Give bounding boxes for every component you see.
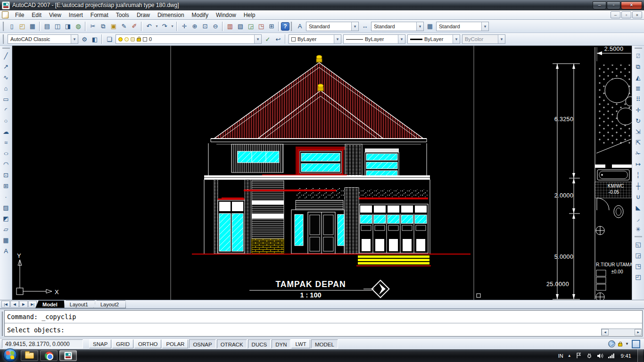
minimize-button[interactable]: – bbox=[593, 1, 606, 9]
zoom-previous-icon[interactable]: ⊖ bbox=[210, 21, 221, 32]
show-desktop-button[interactable] bbox=[637, 349, 643, 362]
ellipse-icon[interactable]: ○ bbox=[1, 148, 11, 159]
toggle-lwt[interactable]: LWT bbox=[291, 339, 310, 348]
block-editor-icon[interactable]: ✐ bbox=[129, 21, 140, 32]
menu-window[interactable]: Window bbox=[212, 11, 240, 19]
red-accent-line[interactable] bbox=[244, 189, 336, 191]
stair-step[interactable] bbox=[596, 277, 606, 283]
construction-line-icon[interactable]: ↗ bbox=[1, 61, 11, 72]
entry-door[interactable] bbox=[291, 210, 344, 254]
textured-pier[interactable] bbox=[214, 180, 218, 254]
paste-icon[interactable]: ▣ bbox=[108, 21, 119, 32]
roof[interactable] bbox=[211, 55, 427, 144]
chevron-down-icon[interactable]: ▾ bbox=[71, 35, 78, 43]
north-arrow[interactable] bbox=[363, 280, 389, 298]
dim-style-combo[interactable]: Standard ▾ bbox=[371, 22, 424, 31]
render-icon[interactable]: ◲ bbox=[246, 21, 256, 32]
plot-preview-icon[interactable]: ◫ bbox=[52, 21, 63, 32]
tab-layout2[interactable]: Layout2 bbox=[93, 300, 126, 308]
open-icon[interactable]: ◰ bbox=[17, 21, 27, 32]
chevron-down-icon[interactable]: ▾ bbox=[481, 22, 488, 31]
bath-level-label[interactable]: -0.05 bbox=[609, 189, 619, 195]
quickcalc-icon[interactable]: ⊞ bbox=[266, 21, 277, 32]
sheetset-manager-icon[interactable]: ▥ bbox=[225, 21, 235, 32]
toolbar-grip[interactable] bbox=[635, 236, 642, 238]
publish-icon[interactable]: ◨ bbox=[63, 21, 73, 32]
polyline-icon[interactable]: ∿ bbox=[1, 72, 11, 83]
copy-object-icon[interactable]: ⧉ bbox=[633, 61, 644, 72]
revision-cloud-icon[interactable]: ☁ bbox=[1, 126, 11, 137]
door-sidelight[interactable] bbox=[295, 214, 303, 246]
tab-model[interactable]: Model bbox=[35, 300, 65, 308]
command-prompt-line[interactable]: Select objects: bbox=[5, 323, 642, 337]
door-swing-arc[interactable] bbox=[597, 198, 609, 210]
view-scale-text[interactable]: 1 : 100 bbox=[300, 291, 321, 299]
ground-floor[interactable] bbox=[192, 180, 471, 266]
bed-level-label[interactable]: ±0.00 bbox=[611, 269, 623, 274]
table-style-combo[interactable]: Standard ▾ bbox=[436, 22, 489, 31]
menu-file[interactable]: File bbox=[11, 11, 28, 19]
hidden-icons-button[interactable]: ▲ bbox=[568, 354, 571, 358]
bring-above-icon[interactable]: ◳ bbox=[633, 261, 644, 272]
toggle-model[interactable]: MODEL bbox=[311, 339, 338, 348]
workspace-combo[interactable]: AutoCAD Classic ▾ bbox=[8, 34, 78, 44]
stone-column[interactable] bbox=[345, 144, 362, 175]
layer-freeze-icon[interactable] bbox=[124, 37, 129, 41]
move-icon[interactable]: ✛ bbox=[633, 105, 644, 115]
autocad-app-icon[interactable] bbox=[2, 1, 10, 9]
plan-wall[interactable] bbox=[595, 165, 632, 168]
pan-icon[interactable]: ✛ bbox=[179, 21, 190, 32]
toolbar-grip[interactable] bbox=[635, 47, 642, 49]
layer-previous-icon[interactable]: ↩ bbox=[273, 34, 283, 44]
clock[interactable]: 9:41 bbox=[621, 353, 631, 359]
bath-room-label[interactable]: KM/WC bbox=[608, 183, 624, 189]
mirror-icon[interactable]: ◭ bbox=[633, 72, 644, 83]
toolbar-grip[interactable] bbox=[2, 22, 5, 31]
color-combo[interactable]: ByLayer ▾ bbox=[289, 34, 341, 44]
red-accent-line[interactable] bbox=[222, 197, 244, 199]
command-window-grip[interactable] bbox=[1, 312, 3, 336]
speaker-icon[interactable] bbox=[597, 353, 604, 359]
child-close-button[interactable]: × bbox=[632, 11, 642, 18]
multiline-text-icon[interactable]: A bbox=[1, 246, 11, 256]
lineweight-combo[interactable]: ByLayer ▾ bbox=[407, 34, 460, 44]
view-title-text[interactable]: TAMPAK DEPAN bbox=[275, 280, 346, 289]
help-icon[interactable]: ? bbox=[281, 22, 289, 31]
dim-style-icon[interactable]: ↔ bbox=[360, 21, 370, 32]
taskbar-autocad-button[interactable] bbox=[59, 350, 77, 361]
explode-icon[interactable]: ✳ bbox=[633, 224, 644, 235]
coordinates-readout[interactable]: 49.9415, 28.1770, 0.0000 bbox=[2, 339, 83, 348]
rotate-icon[interactable]: ↻ bbox=[633, 115, 644, 126]
toolbar-grip[interactable] bbox=[2, 47, 10, 49]
point-icon[interactable]: · bbox=[1, 191, 11, 202]
network-signal-icon[interactable] bbox=[608, 353, 615, 358]
circle-icon[interactable]: ○ bbox=[1, 115, 11, 126]
scroll-left-icon[interactable]: ◀ bbox=[602, 329, 609, 336]
undo-dropdown-icon[interactable]: ▾ bbox=[154, 21, 159, 32]
stipple-band[interactable] bbox=[296, 188, 345, 199]
bring-to-front-icon[interactable]: ◱ bbox=[633, 239, 644, 250]
stair-step[interactable] bbox=[596, 270, 606, 276]
taskbar-chrome-button[interactable] bbox=[40, 350, 58, 361]
break-icon[interactable]: ┼ bbox=[633, 181, 644, 191]
tree-symbol[interactable] bbox=[605, 78, 629, 103]
command-scrollbar[interactable]: ◀ ▶ bbox=[601, 329, 642, 336]
extend-icon[interactable]: ↦ bbox=[633, 159, 644, 170]
table-style-icon[interactable]: ▦ bbox=[425, 21, 435, 32]
linetype-combo[interactable]: ByLayer ▾ bbox=[343, 34, 405, 44]
red-accent-line[interactable] bbox=[358, 197, 428, 199]
site-plan[interactable]: KM/WC -0.05 R.TIDUR UTAMA ±0.00 bbox=[595, 47, 632, 300]
send-to-back-icon[interactable]: ◲ bbox=[633, 250, 644, 261]
column-symbol[interactable] bbox=[596, 293, 604, 300]
polygon-icon[interactable]: ⌂ bbox=[1, 83, 11, 94]
door-transom-louver[interactable] bbox=[296, 200, 343, 210]
fillet-icon[interactable]: ◞ bbox=[633, 213, 644, 224]
layer-on-icon[interactable] bbox=[118, 37, 123, 41]
dim-lower[interactable]: 5.0000 bbox=[554, 254, 574, 260]
door-sidelight[interactable] bbox=[338, 214, 344, 246]
action-center-flag-icon[interactable] bbox=[576, 353, 582, 359]
start-button[interactable] bbox=[3, 348, 17, 362]
region-icon[interactable]: ▱ bbox=[1, 224, 11, 235]
toolbar-lock-icon[interactable] bbox=[618, 343, 622, 346]
roof-finial-top[interactable] bbox=[316, 55, 322, 62]
